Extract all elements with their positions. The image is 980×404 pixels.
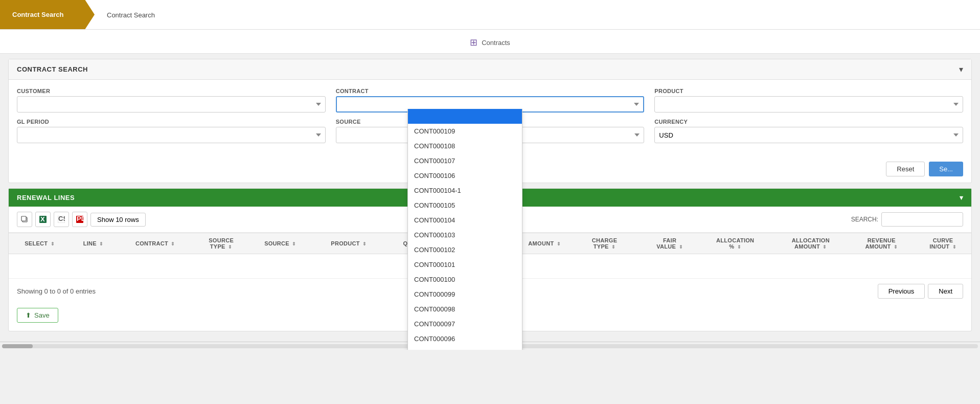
breadcrumb-home[interactable]: Contract Search [0, 0, 95, 29]
pagination: Previous Next [878, 284, 963, 299]
product-group: PRODUCT [654, 88, 963, 113]
reset-button[interactable]: Reset [886, 162, 925, 176]
svg-text:PDF: PDF [77, 216, 83, 222]
currency-select[interactable]: USD [654, 127, 963, 143]
contract-dropdown: CONT000109 CONT000108 CONT000107 CONT000… [407, 109, 522, 350]
col-allocation-amount: ALLOCATIONAMOUNT ⇕ [773, 233, 849, 254]
save-icon: ⬆ [26, 311, 31, 319]
col-contract: CONTRACT ⇕ [116, 233, 195, 254]
breadcrumb-home-label: Contract Search [12, 11, 63, 18]
product-label: PRODUCT [654, 88, 963, 94]
breadcrumb: Contract Search Contract Search [0, 0, 980, 30]
col-allocation-pct: ALLOCATION% ⇕ [697, 233, 773, 254]
dd-item-blank[interactable] [408, 109, 522, 124]
pdf-icon-btn[interactable]: PDF [72, 212, 87, 227]
svg-rect-1 [21, 216, 26, 221]
dd-item-4[interactable]: CONT000104-1 [408, 183, 522, 198]
svg-text:CSV: CSV [58, 216, 65, 222]
excel-icon-btn[interactable]: X [35, 212, 51, 227]
renewal-lines-collapse[interactable]: ▾ [960, 194, 964, 201]
page-title-bar: ⊞ Contracts [0, 30, 980, 54]
show-rows-btn[interactable]: Show 10 rows [90, 213, 146, 227]
gl-period-select[interactable] [17, 127, 326, 143]
grid-icon: ⊞ [470, 37, 477, 48]
dd-item-1[interactable]: CONT000108 [408, 139, 522, 153]
dd-item-8[interactable]: CONT000102 [408, 242, 522, 257]
col-revenue-amount: REVENUEAMOUNT ⇕ [849, 233, 915, 254]
dd-item-12[interactable]: CONT000098 [408, 302, 522, 317]
breadcrumb-current-label: Contract Search [107, 11, 155, 19]
breadcrumb-current: Contract Search [95, 10, 167, 19]
dd-item-7[interactable]: CONT000103 [408, 228, 522, 242]
dd-item-6[interactable]: CONT000104 [408, 213, 522, 228]
col-fair-value: FAIRVALUE ⇕ [642, 233, 698, 254]
csv-icon-btn[interactable]: CSV [54, 212, 69, 227]
dd-item-3[interactable]: CONT000106 [408, 168, 522, 183]
col-curve: CURVEIN/OUT ⇕ [915, 233, 971, 254]
showing-text: Showing 0 to 0 of 0 entries [17, 287, 96, 295]
currency-label: CURRENCY [654, 119, 963, 125]
product-select[interactable] [654, 96, 963, 113]
col-charge-type: CHARGETYPE ⇕ [578, 233, 631, 254]
contract-label: CONTRACT [336, 88, 645, 94]
col-product: PRODUCT ⇕ [313, 233, 385, 254]
customer-label: CUSTOMER [17, 88, 326, 94]
col-source-type: SOURCETYPE ⇕ [195, 233, 248, 254]
col-select: SELECT ⇕ [9, 233, 71, 254]
dd-item-2[interactable]: CONT000107 [408, 153, 522, 168]
gl-period-label: GL PERIOD [17, 119, 326, 125]
search-label: SEARCH: [851, 216, 878, 223]
panel-header: CONTRACT SEARCH ▾ [9, 59, 971, 80]
dd-item-14[interactable]: CONT000096 [408, 331, 522, 346]
save-label: Save [34, 311, 50, 319]
gl-period-group: GL PERIOD [17, 119, 326, 143]
customer-select[interactable] [17, 96, 326, 113]
col-extra [631, 233, 642, 254]
dd-item-0[interactable]: CONT000109 [408, 124, 522, 139]
dd-item-13[interactable]: CONT000097 [408, 317, 522, 331]
search-button[interactable]: Se... [929, 162, 963, 176]
svg-text:X: X [40, 216, 45, 223]
previous-button[interactable]: Previous [878, 284, 925, 299]
panel-header-title: CONTRACT SEARCH [17, 65, 88, 73]
next-button[interactable]: Next [928, 284, 963, 299]
customer-group: CUSTOMER [17, 88, 326, 113]
dd-item-10[interactable]: CONT000100 [408, 272, 522, 287]
currency-group: CURRENCY USD [654, 119, 963, 143]
dd-item-9[interactable]: CONT000101 [408, 257, 522, 272]
scroll-thumb [2, 344, 33, 348]
renewal-lines-title: RENEWAL LINES [17, 194, 75, 201]
table-search-input[interactable] [881, 212, 963, 227]
panel-collapse-icon[interactable]: ▾ [959, 64, 963, 74]
dd-item-15[interactable]: CONT000095 [408, 346, 522, 350]
page-title: Contracts [482, 39, 510, 47]
copy-icon-btn[interactable] [17, 212, 32, 227]
save-button[interactable]: ⬆ Save [17, 308, 58, 323]
dd-item-11[interactable]: CONT000099 [408, 287, 522, 302]
col-source: SOURCE ⇕ [248, 233, 313, 254]
dd-item-5[interactable]: CONT000105 [408, 198, 522, 213]
col-line: LINE ⇕ [71, 233, 116, 254]
